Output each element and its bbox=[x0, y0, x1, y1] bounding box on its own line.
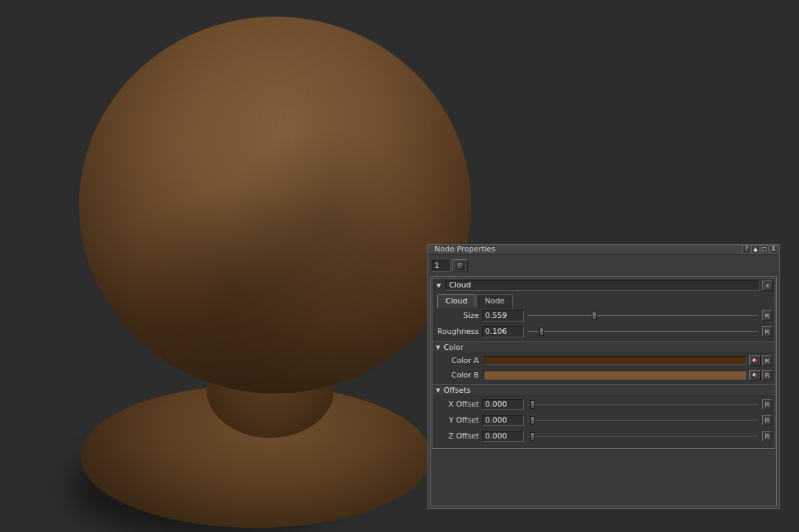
slider-track bbox=[527, 331, 757, 332]
z-offset-row: Z Offset R bbox=[432, 428, 775, 444]
window-title: Node Properties bbox=[434, 245, 742, 254]
help-icon[interactable]: ? bbox=[742, 245, 750, 254]
z-offset-input[interactable] bbox=[482, 431, 524, 442]
color-section-header[interactable]: ▼ Color bbox=[432, 342, 775, 353]
color-b-label: Color B bbox=[432, 371, 482, 380]
z-offset-slider[interactable] bbox=[527, 430, 757, 443]
y-offset-input[interactable] bbox=[482, 415, 524, 426]
y-offset-reset-button[interactable]: R bbox=[762, 415, 772, 425]
y-offset-label: Y Offset bbox=[432, 416, 482, 425]
size-reset-button[interactable]: R bbox=[762, 310, 772, 321]
x-offset-reset-button[interactable]: R bbox=[762, 399, 772, 409]
collapse-arrow-icon[interactable]: ▼ bbox=[434, 283, 443, 289]
size-slider[interactable] bbox=[527, 310, 757, 322]
slider-track bbox=[527, 436, 757, 436]
x-offset-label: X Offset bbox=[432, 400, 482, 409]
close-icon[interactable]: X bbox=[769, 245, 778, 254]
tab-cloud[interactable]: Cloud bbox=[437, 294, 475, 308]
properties-scroll-area[interactable]: ▼ Cloud x Cloud Node Size R Roughnes bbox=[430, 276, 777, 506]
color-b-reset-button[interactable]: R bbox=[762, 370, 772, 380]
jump-to-node-icon bbox=[457, 262, 464, 269]
color-b-picker-button[interactable] bbox=[749, 370, 761, 380]
roughness-reset-button[interactable]: R bbox=[762, 326, 772, 337]
collapse-arrow-icon[interactable]: ▼ bbox=[436, 387, 440, 393]
node-tabs: Cloud Node bbox=[432, 292, 775, 308]
window-controls: ? ▲ □ X bbox=[742, 245, 778, 254]
cloud-node-header: ▼ Cloud x bbox=[432, 278, 775, 292]
roughness-slider[interactable] bbox=[527, 326, 757, 338]
size-input[interactable] bbox=[482, 310, 524, 321]
color-wheel-icon bbox=[752, 372, 758, 378]
slider-handle[interactable] bbox=[539, 328, 544, 336]
slider-track bbox=[527, 420, 757, 420]
color-a-reset-button[interactable]: R bbox=[762, 355, 772, 366]
size-label: Size bbox=[432, 311, 482, 320]
color-a-swatch[interactable] bbox=[484, 356, 746, 365]
size-row: Size R bbox=[432, 308, 775, 323]
node-toolbar bbox=[428, 255, 779, 276]
titlebar[interactable]: Node Properties ? ▲ □ X bbox=[428, 245, 779, 255]
remove-node-button[interactable]: x bbox=[762, 281, 773, 291]
node-index-input[interactable] bbox=[432, 260, 450, 272]
roughness-label: Roughness bbox=[432, 327, 482, 336]
restore-icon[interactable]: □ bbox=[760, 245, 769, 254]
cloud-node-group: ▼ Cloud x Cloud Node Size R Roughnes bbox=[432, 278, 775, 449]
tab-node[interactable]: Node bbox=[476, 294, 513, 308]
color-a-picker-button[interactable] bbox=[749, 355, 761, 366]
color-section-title: Color bbox=[444, 343, 464, 352]
jump-to-node-button[interactable] bbox=[453, 259, 468, 272]
slider-handle[interactable] bbox=[530, 432, 535, 441]
slider-track bbox=[527, 315, 757, 316]
z-offset-reset-button[interactable]: R bbox=[762, 431, 772, 441]
color-a-label: Color A bbox=[432, 356, 482, 365]
slider-track bbox=[527, 404, 757, 405]
material-ball-sphere bbox=[79, 17, 471, 393]
offsets-section-header[interactable]: ▼ Offsets bbox=[432, 384, 775, 396]
color-wheel-icon bbox=[752, 357, 758, 364]
collapse-arrow-icon[interactable]: ▼ bbox=[436, 344, 440, 351]
x-offset-input[interactable] bbox=[482, 399, 524, 410]
slider-handle[interactable] bbox=[530, 416, 535, 425]
offsets-section-title: Offsets bbox=[444, 386, 471, 395]
x-offset-slider[interactable] bbox=[527, 398, 757, 411]
node-properties-window: Node Properties ? ▲ □ X ▼ Cloud x Cloud … bbox=[428, 244, 780, 509]
z-offset-label: Z Offset bbox=[432, 432, 482, 441]
roughness-input[interactable] bbox=[482, 326, 524, 337]
color-b-swatch[interactable] bbox=[484, 371, 746, 380]
slider-handle[interactable] bbox=[530, 400, 535, 409]
color-b-row: Color B R bbox=[432, 368, 775, 382]
color-a-row: Color A R bbox=[432, 353, 775, 368]
y-offset-slider[interactable] bbox=[527, 414, 757, 427]
x-offset-row: X Offset R bbox=[432, 396, 775, 412]
node-name-box[interactable]: Cloud bbox=[445, 280, 760, 291]
y-offset-row: Y Offset R bbox=[432, 412, 775, 428]
slider-handle[interactable] bbox=[592, 312, 597, 320]
roughness-row: Roughness R bbox=[432, 323, 775, 339]
pin-icon[interactable]: ▲ bbox=[751, 245, 760, 254]
